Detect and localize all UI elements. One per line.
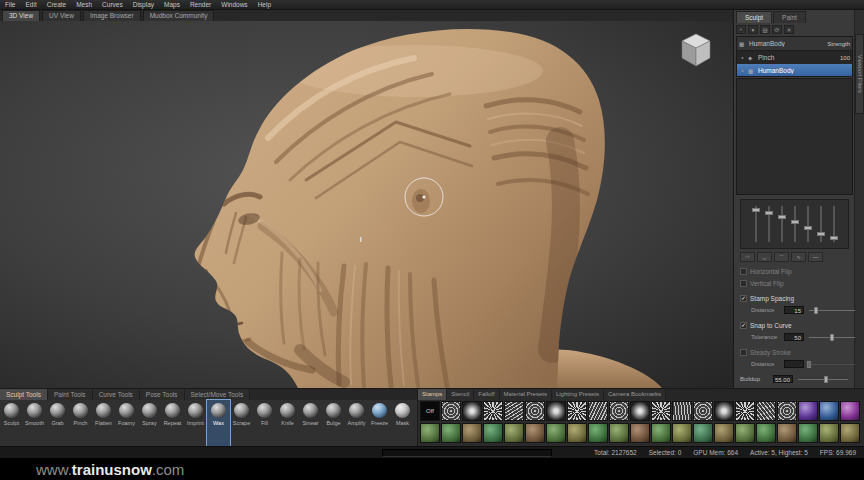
tab-lighting-presets[interactable]: Lighting Presets <box>552 389 604 400</box>
menu-help[interactable]: Help <box>253 0 276 10</box>
new-layer-icon[interactable]: ＋ <box>736 25 746 34</box>
stamp-thumbnail[interactable] <box>504 401 524 421</box>
tool-fill[interactable]: Fill <box>253 400 276 447</box>
tab-paint-tools[interactable]: Paint Tools <box>48 389 93 400</box>
menu-file[interactable]: File <box>0 0 20 10</box>
tool-amplify[interactable]: Amplify <box>345 400 368 447</box>
param-slider[interactable] <box>809 310 855 311</box>
checkbox-icon[interactable]: ✓ <box>740 295 747 302</box>
tool-flatten[interactable]: Flatten <box>92 400 115 447</box>
tool-mask[interactable]: Mask <box>391 400 414 447</box>
fader-knob[interactable] <box>817 232 825 236</box>
menu-windows[interactable]: Windows <box>216 0 252 10</box>
param-value[interactable]: 15 <box>784 306 804 314</box>
menu-create[interactable]: Create <box>42 0 72 10</box>
tool-pinch[interactable]: Pinch <box>69 400 92 447</box>
tab-pose-tools[interactable]: Pose Tools <box>140 389 185 400</box>
texture-thumbnail[interactable] <box>630 423 650 443</box>
texture-thumbnail[interactable] <box>525 423 545 443</box>
texture-thumbnail[interactable] <box>672 423 692 443</box>
stamp-thumbnail[interactable] <box>441 401 461 421</box>
tool-freeze[interactable]: Freeze <box>368 400 391 447</box>
sculpt-viewport[interactable] <box>0 21 733 388</box>
tab-falloff[interactable]: Falloff <box>474 389 499 400</box>
tool-bulge[interactable]: Bulge <box>322 400 345 447</box>
texture-thumbnail[interactable] <box>504 423 524 443</box>
slider-knob[interactable] <box>824 376 828 383</box>
view-tab-3d-view[interactable]: 3D View <box>2 10 40 21</box>
texture-thumbnail[interactable] <box>693 423 713 443</box>
stamp-thumbnail[interactable] <box>630 401 650 421</box>
stamp-thumbnail[interactable] <box>483 401 503 421</box>
falloff-fader[interactable] <box>781 206 783 242</box>
texture-thumbnail[interactable] <box>735 423 755 443</box>
falloff-fader[interactable] <box>807 206 809 242</box>
layer-row-humanbody[interactable]: ●▦HumanBody <box>737 64 852 77</box>
tool-smear[interactable]: Smear <box>299 400 322 447</box>
stamp-thumbnail[interactable] <box>651 401 671 421</box>
layer-menu-chevron-icon[interactable]: ▾ <box>748 25 758 34</box>
stamp-thumbnail[interactable] <box>588 401 608 421</box>
stamp-thumbnail[interactable] <box>735 401 755 421</box>
view-tab-uv-view[interactable]: UV View <box>42 10 81 21</box>
layer-list[interactable]: ▦HumanBodyStrength●◈Pinch100●▦HumanBody <box>736 36 853 77</box>
layer-group-icon[interactable]: ▤ <box>760 25 770 34</box>
tool-wax[interactable]: Wax <box>207 400 230 447</box>
texture-thumbnail[interactable] <box>714 423 734 443</box>
fader-knob[interactable] <box>765 211 773 215</box>
menu-render[interactable]: Render <box>185 0 216 10</box>
texture-thumbnail[interactable] <box>651 423 671 443</box>
fader-knob[interactable] <box>752 208 760 212</box>
texture-thumbnail[interactable] <box>588 423 608 443</box>
slider-knob[interactable] <box>807 361 811 368</box>
falloff-fader[interactable] <box>820 206 822 242</box>
delete-layer-icon[interactable]: ✕ <box>784 25 794 34</box>
stamp-thumbnail[interactable] <box>840 401 860 421</box>
menu-display[interactable]: Display <box>128 0 159 10</box>
falloff-fader[interactable] <box>768 206 770 242</box>
tab-curve-tools[interactable]: Curve Tools <box>93 389 140 400</box>
layer-visibility-icon[interactable]: ● <box>739 55 746 60</box>
fader-knob[interactable] <box>778 215 786 219</box>
tool-knife[interactable]: Knife <box>276 400 299 447</box>
param-slider[interactable] <box>809 364 855 365</box>
tab-select-move-tools[interactable]: Select/Move Tools <box>185 389 251 400</box>
texture-thumbnail[interactable] <box>819 423 839 443</box>
texture-thumbnail[interactable] <box>462 423 482 443</box>
buildup-value[interactable]: 55.00 <box>773 375 793 383</box>
falloff-fader[interactable] <box>833 206 835 242</box>
tool-repeat[interactable]: Repeat <box>161 400 184 447</box>
checkbox-icon[interactable]: ✓ <box>740 322 747 329</box>
tab-stencil[interactable]: Stencil <box>447 389 474 400</box>
stamp-thumbnail[interactable] <box>819 401 839 421</box>
slider-knob[interactable] <box>814 307 818 314</box>
viewport-filters-tab[interactable]: Viewport Filters <box>855 34 864 114</box>
menu-maps[interactable]: Maps <box>159 0 185 10</box>
falloff-preset-button-2[interactable]: ⌒ <box>774 252 789 262</box>
stamp-off-cell[interactable]: Off <box>420 401 440 421</box>
tool-foamy[interactable]: Foamy <box>115 400 138 447</box>
falloff-preset-button-3[interactable]: ∿ <box>791 252 806 262</box>
menu-edit[interactable]: Edit <box>20 0 41 10</box>
layer-visibility-icon[interactable]: ● <box>739 68 746 73</box>
param-slider[interactable] <box>809 337 855 338</box>
stamp-thumbnail[interactable] <box>798 401 818 421</box>
texture-thumbnail[interactable] <box>567 423 587 443</box>
tab-camera-bookmarks[interactable]: Camera Bookmarks <box>604 389 666 400</box>
texture-thumbnail[interactable] <box>756 423 776 443</box>
tool-sculpt[interactable]: Sculpt <box>0 400 23 447</box>
fader-knob[interactable] <box>830 236 838 240</box>
slider-knob[interactable] <box>830 334 834 341</box>
tool-smooth[interactable]: Smooth <box>23 400 46 447</box>
param-value[interactable] <box>784 360 804 368</box>
texture-thumbnail[interactable] <box>441 423 461 443</box>
falloff-fader[interactable] <box>755 206 757 242</box>
stamp-thumbnail[interactable] <box>546 401 566 421</box>
checkbox-icon[interactable] <box>740 349 747 356</box>
stamp-thumbnail[interactable] <box>672 401 692 421</box>
view-tab-image-browser[interactable]: Image Browser <box>83 10 141 21</box>
tab-sculpt-tools[interactable]: Sculpt Tools <box>0 389 48 400</box>
param-value[interactable]: 50 <box>784 333 804 341</box>
falloff-curve-editor[interactable] <box>740 199 849 249</box>
fader-knob[interactable] <box>804 226 812 230</box>
